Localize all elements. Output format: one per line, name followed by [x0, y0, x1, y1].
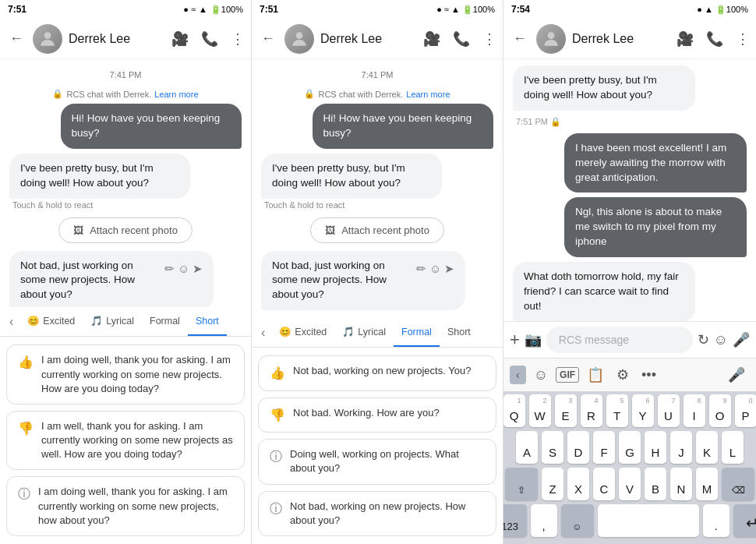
key-b[interactable]: B: [645, 468, 666, 500]
info-icon-2d: ⓘ: [270, 500, 282, 518]
suggestion-1a[interactable]: 👍 I am doing well, thank you for asking.…: [6, 344, 245, 404]
key-m[interactable]: M: [696, 468, 718, 500]
key-w[interactable]: 2W: [529, 394, 551, 427]
video-icon-1[interactable]: 🎥: [171, 30, 189, 48]
emoji-compose-icon-3[interactable]: ☺: [714, 332, 728, 348]
attach-photo-1[interactable]: 🖼 Attach recent photo: [58, 217, 193, 243]
tab-formal-2[interactable]: Formal: [394, 319, 440, 347]
key-v[interactable]: V: [619, 468, 641, 500]
key-period[interactable]: .: [703, 504, 730, 537]
shift-key[interactable]: ⇧: [505, 468, 538, 500]
key-u[interactable]: 7U: [658, 394, 680, 427]
tab-expand-2[interactable]: ‹: [258, 323, 268, 343]
key-i[interactable]: 8I: [684, 394, 705, 427]
tab-lyrical-1[interactable]: 🎵 Lyrical: [83, 307, 142, 336]
emoji-toolbar-3: ‹ ☺ GIF 📋 ⚙ ••• 🎤: [503, 358, 756, 391]
suggestion-2c[interactable]: ⓘ Doing well, working on projects. What …: [258, 439, 496, 484]
key-e[interactable]: 3E: [555, 394, 577, 427]
key-f[interactable]: F: [593, 431, 615, 464]
suggestion-1b[interactable]: 👎 I am well, thank you for asking. I am …: [6, 411, 245, 471]
attach-photo-2[interactable]: 🖼 Attach recent photo: [310, 217, 444, 243]
more-icon-2[interactable]: ⋮: [482, 30, 496, 48]
key-x[interactable]: X: [567, 468, 589, 500]
key-o[interactable]: 9O: [709, 394, 731, 427]
suggestions-area-2: 👍 Not bad, working on new projects. You?…: [252, 348, 503, 544]
emoji-icon-1[interactable]: ☺: [178, 260, 189, 277]
send-icon-2[interactable]: ➤: [444, 260, 454, 277]
send-icon-1[interactable]: ➤: [193, 260, 203, 277]
key-g[interactable]: G: [619, 431, 641, 464]
suggestion-2d[interactable]: ⓘ Not bad, working on new projects. How …: [258, 491, 496, 536]
video-icon-2[interactable]: 🎥: [423, 30, 440, 48]
avatar-3: [536, 24, 566, 54]
more-icon-3[interactable]: ⋮: [736, 30, 750, 48]
key-h[interactable]: H: [645, 431, 666, 464]
more-icon-1[interactable]: ⋮: [231, 30, 245, 48]
phone-icon-2[interactable]: 📞: [453, 30, 470, 48]
key-p[interactable]: 0P: [735, 394, 757, 427]
rcs-learn-more-1[interactable]: Learn more: [154, 90, 198, 99]
tab-excited-1[interactable]: 😊 Excited: [19, 307, 83, 336]
key-q[interactable]: 1Q: [503, 394, 525, 427]
tab-expand-1[interactable]: ‹: [6, 312, 16, 332]
key-n[interactable]: N: [670, 468, 692, 500]
key-a[interactable]: A: [516, 431, 538, 464]
gear-icon[interactable]: ⚙: [612, 362, 634, 388]
more-emoji-icon[interactable]: •••: [637, 362, 661, 388]
clipboard-icon[interactable]: 📋: [582, 362, 609, 388]
key-l[interactable]: L: [722, 431, 744, 464]
received-bubble-2: I've been pretty busy, but I'm doing wel…: [261, 154, 442, 199]
emoji-icon-2[interactable]: ☺: [429, 260, 441, 277]
pencil-icon-1[interactable]: ✏: [164, 260, 175, 277]
panel-2: 7:51 ● ≈ ▲ 🔋100% ← Derrek Lee 🎥 📞 ⋮ 7:41…: [252, 0, 503, 544]
time-2: 7:51: [260, 4, 278, 15]
emoticon-icon[interactable]: ☺: [529, 362, 553, 388]
back-button-2[interactable]: ←: [258, 27, 278, 50]
suggestion-1c[interactable]: ⓘ I am doing well, thank you for asking.…: [6, 476, 245, 536]
video-icon-3[interactable]: 🎥: [677, 30, 694, 48]
key-c[interactable]: C: [593, 468, 615, 500]
back-button-1[interactable]: ←: [6, 27, 26, 50]
back-button-3[interactable]: ←: [510, 27, 530, 50]
key-d[interactable]: D: [567, 431, 589, 464]
key-comma[interactable]: ,: [531, 504, 557, 537]
timestamp-1: 7:41 PM: [9, 70, 242, 79]
emoji-key[interactable]: ☺: [561, 504, 594, 537]
tab-short-2[interactable]: Short: [440, 319, 479, 347]
num-switch-key[interactable]: ?123: [503, 504, 527, 537]
contact-name-3[interactable]: Derrek Lee: [572, 32, 670, 46]
key-t[interactable]: 5T: [606, 394, 628, 427]
enter-key[interactable]: ↵: [733, 504, 757, 537]
key-y[interactable]: 6Y: [632, 394, 654, 427]
compose-input-3[interactable]: RCS message: [546, 327, 693, 353]
key-k[interactable]: K: [696, 431, 718, 464]
pencil-icon-2[interactable]: ✏: [416, 260, 426, 277]
suggestion-2a[interactable]: 👍 Not bad, working on new projects. You?: [258, 355, 496, 390]
suggestion-2b[interactable]: 👎 Not bad. Working. How are you?: [258, 397, 496, 433]
mic-keyboard-icon[interactable]: 🎤: [723, 362, 750, 388]
contact-name-1[interactable]: Derrek Lee: [69, 32, 165, 46]
plus-icon-3[interactable]: +: [510, 330, 520, 350]
compose-bar-3: + 📷 RCS message ↻ ☺ 🎤: [503, 321, 756, 358]
tab-lyrical-2[interactable]: 🎵 Lyrical: [334, 318, 394, 347]
status-bar-2: 7:51 ● ≈ ▲ 🔋100%: [252, 0, 503, 19]
tab-short-1[interactable]: Short: [188, 308, 227, 336]
key-s[interactable]: S: [542, 431, 563, 464]
backspace-key[interactable]: ⌫: [722, 468, 754, 500]
key-j[interactable]: J: [670, 431, 692, 464]
gif-icon[interactable]: GIF: [556, 367, 579, 383]
mic-compose-icon-3[interactable]: 🎤: [733, 331, 750, 348]
chevron-left-icon[interactable]: ‹: [510, 366, 526, 384]
sent-bubble-2: Hi! How have you been keeping busy?: [313, 104, 493, 149]
phone-icon-1[interactable]: 📞: [201, 30, 218, 48]
rcs-learn-more-2[interactable]: Learn more: [406, 90, 450, 99]
key-z[interactable]: Z: [542, 468, 563, 500]
refresh-icon-3[interactable]: ↻: [698, 331, 709, 348]
contact-name-2[interactable]: Derrek Lee: [320, 32, 417, 46]
space-key[interactable]: [598, 504, 699, 537]
tab-excited-2[interactable]: 😊 Excited: [271, 318, 334, 347]
key-r[interactable]: 4R: [581, 394, 602, 427]
phone-icon-3[interactable]: 📞: [706, 30, 723, 48]
camera-icon-3[interactable]: 📷: [525, 331, 542, 348]
tab-formal-1[interactable]: Formal: [142, 308, 188, 336]
